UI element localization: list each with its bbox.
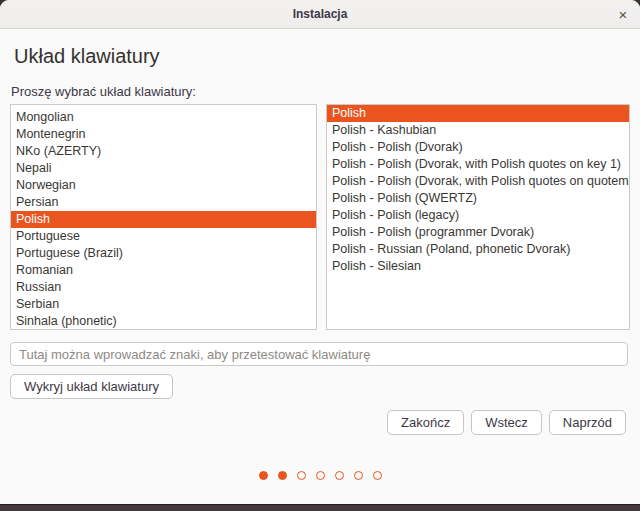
list-item[interactable]: Polish - Russian (Poland, phonetic Dvora… <box>327 241 629 258</box>
keyboard-layout-list[interactable]: MoldavianMongolianMontenegrinNKo (AZERTY… <box>10 104 317 330</box>
list-item[interactable]: Portuguese (Brazil) <box>11 245 316 262</box>
detect-layout-button[interactable]: Wykryj układ klawiatury <box>10 374 173 399</box>
list-item[interactable]: Polish - Polish (programmer Dvorak) <box>327 224 629 241</box>
progress-dot <box>354 471 363 480</box>
list-item[interactable]: Polish - Polish (Dvorak, with Polish quo… <box>327 173 629 190</box>
content-area: Układ klawiatury Proszę wybrać układ kla… <box>0 45 640 480</box>
list-item[interactable]: Polish - Silesian <box>327 258 629 275</box>
layout-selection-panes: MoldavianMongolianMontenegrinNKo (AZERTY… <box>10 104 630 330</box>
list-item[interactable]: Polish - Polish (legacy) <box>327 207 629 224</box>
layout-prompt-label: Proszę wybrać układ klawiatury: <box>11 84 630 99</box>
window-title: Instalacja <box>293 7 348 21</box>
list-item[interactable]: Nepali <box>11 160 316 177</box>
list-item[interactable]: Polish <box>327 105 629 122</box>
progress-dot <box>278 471 287 480</box>
progress-dot <box>316 471 325 480</box>
close-icon[interactable]: × <box>612 3 634 25</box>
list-item[interactable]: Persian <box>11 194 316 211</box>
list-item[interactable]: Montenegrin <box>11 126 316 143</box>
quit-button[interactable]: Zakończ <box>387 410 464 435</box>
list-item[interactable]: Norwegian <box>11 177 316 194</box>
progress-dot <box>373 471 382 480</box>
list-item[interactable]: Sinhala (phonetic) <box>11 313 316 330</box>
list-item[interactable]: Serbian <box>11 296 316 313</box>
list-item[interactable]: Polish - Kashubian <box>327 122 629 139</box>
page-title: Układ klawiatury <box>14 45 626 68</box>
list-item[interactable]: Polish <box>11 211 316 228</box>
progress-dot <box>259 471 268 480</box>
titlebar[interactable]: Instalacja × <box>0 0 640 29</box>
keyboard-test-input[interactable] <box>10 342 628 366</box>
back-button[interactable]: Wstecz <box>471 410 542 435</box>
list-item[interactable]: Mongolian <box>11 109 316 126</box>
wizard-progress-dots <box>10 471 630 480</box>
layout-variant-list[interactable]: PolishPolish - KashubianPolish - Polish … <box>326 104 630 330</box>
keyboard-layout-list-items: MoldavianMongolianMontenegrinNKo (AZERTY… <box>11 104 316 330</box>
progress-dot <box>297 471 306 480</box>
list-item[interactable]: Romanian <box>11 262 316 279</box>
list-item[interactable]: Polish - Polish (Dvorak) <box>327 139 629 156</box>
wizard-nav-buttons: Zakończ Wstecz Naprzód <box>10 410 626 435</box>
list-item[interactable]: Russian <box>11 279 316 296</box>
list-item[interactable]: Portuguese <box>11 228 316 245</box>
layout-variant-list-items: PolishPolish - KashubianPolish - Polish … <box>327 105 629 275</box>
list-item[interactable]: Polish - Polish (QWERTZ) <box>327 190 629 207</box>
list-item[interactable]: Polish - Polish (Dvorak, with Polish quo… <box>327 156 629 173</box>
forward-button[interactable]: Naprzód <box>549 410 626 435</box>
installer-window: Instalacja × Układ klawiatury Proszę wyb… <box>0 0 640 505</box>
progress-dot <box>335 471 344 480</box>
desktop-edge <box>0 504 640 511</box>
list-item[interactable]: NKo (AZERTY) <box>11 143 316 160</box>
